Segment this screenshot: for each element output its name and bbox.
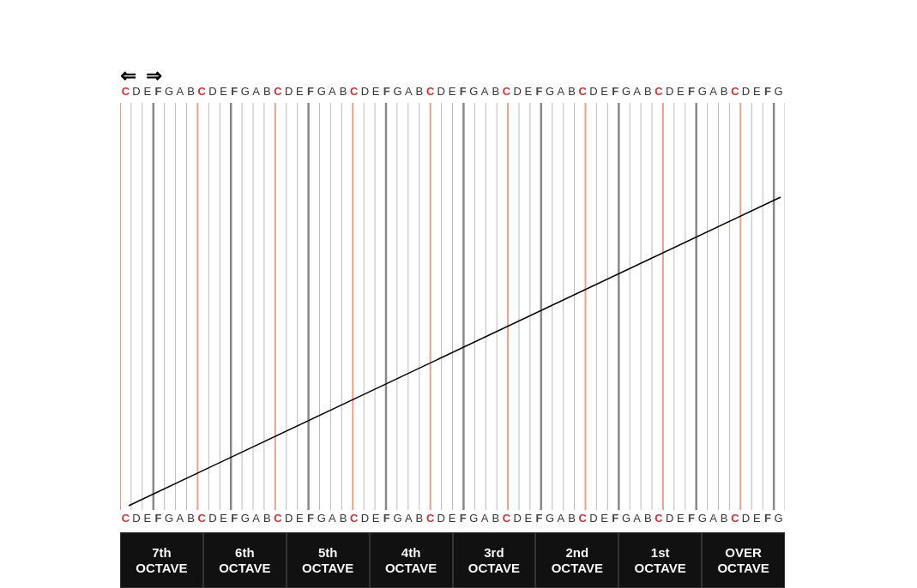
- svg-line-61: [129, 197, 781, 506]
- notes-top-row: CDEFGABCDEFGABCDEFGABCDEFGABCDEFGABCDEFG…: [120, 86, 785, 97]
- octave-labels-row: 7th OCTAVE 6th OCTAVE 5th OCTAVE 4th OCT…: [120, 532, 785, 588]
- octave-label-5: 3rd OCTAVE: [453, 532, 536, 588]
- string-chart-svg: [120, 103, 785, 510]
- octave-label-3: 5th OCTAVE: [287, 532, 370, 588]
- octave-label-8: OVER OCTAVE: [702, 532, 785, 588]
- notes-bottom-row: CDEFGABCDEFGABCDEFGABCDEFGABCDEFGABCDEFG…: [120, 513, 785, 524]
- page-title: [0, 0, 917, 17]
- octave-label-6: 2nd OCTAVE: [535, 532, 618, 588]
- octave-label-4: 4th OCTAVE: [370, 532, 453, 588]
- chart-area: [120, 103, 785, 510]
- octave-label-1: 7th OCTAVE: [120, 532, 203, 588]
- octave-label-7: 1st OCTAVE: [618, 532, 702, 588]
- octave-label-2: 6th OCTAVE: [203, 532, 287, 588]
